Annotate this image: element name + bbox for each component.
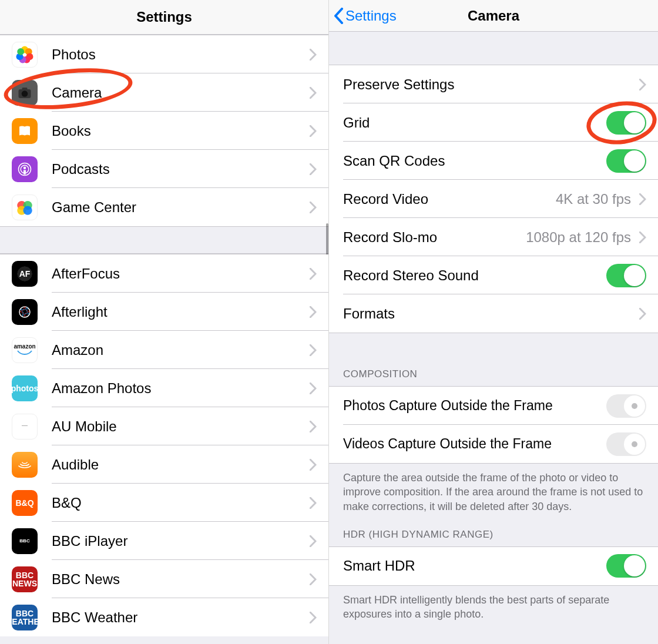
row-label: Afterlight: [52, 304, 310, 320]
settings-row-podcasts[interactable]: Podcasts: [0, 150, 328, 188]
amazon-photos-icon: photos: [12, 375, 38, 401]
settings-group-2: AF AfterFocus Afterlight amazon Amazon p…: [0, 254, 328, 636]
toggle-smart-hdr[interactable]: [606, 554, 646, 578]
row-videos-outside: Videos Capture Outside the Frame: [329, 425, 658, 463]
row-label: Game Center: [52, 199, 310, 216]
gamecenter-icon: [12, 194, 38, 220]
chevron-right-icon: [639, 79, 646, 90]
chevron-right-icon: [310, 612, 317, 623]
svg-point-6: [17, 48, 24, 55]
settings-row-gamecenter[interactable]: Game Center: [0, 188, 328, 226]
settings-row-afterfocus[interactable]: AF AfterFocus: [0, 254, 328, 293]
section-footer-composition: Capture the area outside the frame of th…: [329, 464, 658, 524]
chevron-right-icon: [310, 125, 317, 137]
section-header-hdr: HDR (HIGH DYNAMIC RANGE): [329, 524, 658, 546]
settings-row-bq[interactable]: B&Q B&Q: [0, 484, 328, 522]
chevron-right-icon: [310, 535, 317, 547]
hdr-list: Smart HDR: [329, 546, 658, 586]
row-label: Smart HDR: [343, 558, 606, 574]
settings-row-audible[interactable]: Audible: [0, 445, 328, 484]
svg-point-8: [22, 90, 28, 97]
camera-main-list: Preserve Settings Grid Scan QR Codes Rec…: [329, 65, 658, 333]
row-label: Videos Capture Outside the Frame: [343, 436, 606, 452]
row-label: AfterFocus: [52, 266, 310, 282]
chevron-right-icon: [639, 193, 646, 205]
row-record-slomo[interactable]: Record Slo-mo 1080p at 120 fps: [329, 218, 658, 256]
camera-icon: [12, 80, 38, 106]
row-label: Podcasts: [52, 161, 310, 177]
settings-row-bbciplayer[interactable]: BBC BBC iPlayer: [0, 522, 328, 560]
bq-icon: B&Q: [12, 490, 38, 516]
row-label: Audible: [52, 457, 310, 473]
settings-row-amazon[interactable]: amazon Amazon: [0, 331, 328, 369]
chevron-right-icon: [310, 163, 317, 175]
row-photos-outside: Photos Capture Outside the Frame: [329, 387, 658, 425]
row-preserve-settings[interactable]: Preserve Settings: [329, 65, 658, 103]
svg-rect-9: [22, 88, 28, 90]
settings-row-afterlight[interactable]: Afterlight: [0, 293, 328, 331]
settings-row-amazonphotos[interactable]: photos Amazon Photos: [0, 369, 328, 407]
row-label: Record Slo-mo: [343, 229, 526, 246]
row-label: AU Mobile: [52, 418, 310, 435]
row-label: Record Video: [343, 191, 556, 207]
podcasts-icon: [12, 156, 38, 182]
back-button[interactable]: Settings: [334, 8, 397, 24]
top-spacer: [329, 32, 658, 65]
composition-list: Photos Capture Outside the Frame Videos …: [329, 386, 658, 464]
settings-row-aumobile[interactable]: AU AU Mobile: [0, 407, 328, 445]
row-label: Formats: [343, 306, 639, 322]
row-label: Preserve Settings: [343, 76, 639, 93]
row-label: B&Q: [52, 495, 310, 511]
settings-row-bbcnews[interactable]: BBCNEWS BBC News: [0, 560, 328, 598]
row-label: Scan QR Codes: [343, 153, 606, 169]
chevron-right-icon: [310, 383, 317, 394]
toggle-videos-outside[interactable]: [606, 432, 646, 456]
settings-row-books[interactable]: Books: [0, 112, 328, 150]
bbc-weather-icon: BBCWEATHER: [12, 605, 38, 630]
row-label: Photos: [52, 46, 310, 63]
row-label: Grid: [343, 115, 606, 131]
settings-row-photos[interactable]: Photos: [0, 35, 328, 73]
camera-settings-pane: Settings Camera Preserve Settings Grid S…: [329, 0, 658, 644]
toggle-stereo-sound[interactable]: [606, 264, 646, 287]
books-icon: [12, 118, 38, 144]
chevron-right-icon: [310, 87, 317, 99]
svg-point-16: [23, 206, 32, 214]
row-label: Amazon Photos: [52, 380, 310, 397]
settings-title: Settings: [136, 9, 192, 25]
chevron-right-icon: [310, 202, 317, 213]
toggle-photos-outside[interactable]: [606, 394, 646, 418]
photos-icon: [12, 42, 38, 68]
chevron-right-icon: [310, 497, 317, 509]
back-label: Settings: [345, 8, 397, 24]
row-grid: Grid: [329, 103, 658, 142]
row-label: Photos Capture Outside the Frame: [343, 398, 606, 414]
chevron-right-icon: [310, 421, 317, 432]
row-scan-qr: Scan QR Codes: [329, 142, 658, 180]
row-label: Record Stereo Sound: [343, 267, 606, 284]
row-label: Camera: [52, 85, 310, 101]
toggle-grid[interactable]: [606, 111, 646, 135]
chevron-right-icon: [310, 573, 317, 585]
settings-row-camera[interactable]: Camera: [0, 73, 328, 112]
row-formats[interactable]: Formats: [329, 294, 658, 333]
section-footer-hdr: Smart HDR intelligently blends the best …: [329, 586, 658, 632]
afterfocus-icon: AF: [12, 261, 38, 287]
au-mobile-icon: AU: [12, 414, 38, 440]
row-smart-hdr: Smart HDR: [329, 547, 658, 585]
row-stereo-sound: Record Stereo Sound: [329, 256, 658, 294]
afterlight-icon: [12, 299, 38, 325]
row-label: Books: [52, 123, 310, 139]
row-label: BBC Weather: [52, 609, 310, 626]
row-label: BBC News: [52, 571, 310, 588]
toggle-scan-qr[interactable]: [606, 149, 646, 173]
chevron-right-icon: [310, 344, 317, 356]
settings-group-1: Photos Camera Books: [0, 35, 328, 227]
section-header-composition: COMPOSITION: [329, 357, 658, 386]
settings-navbar: Settings: [0, 0, 328, 35]
settings-row-bbcweather[interactable]: BBCWEATHER BBC Weather: [0, 598, 328, 636]
bbc-iplayer-icon: BBC: [12, 528, 38, 554]
amazon-icon: amazon: [12, 337, 38, 363]
row-record-video[interactable]: Record Video 4K at 30 fps: [329, 180, 658, 218]
chevron-right-icon: [310, 49, 317, 61]
